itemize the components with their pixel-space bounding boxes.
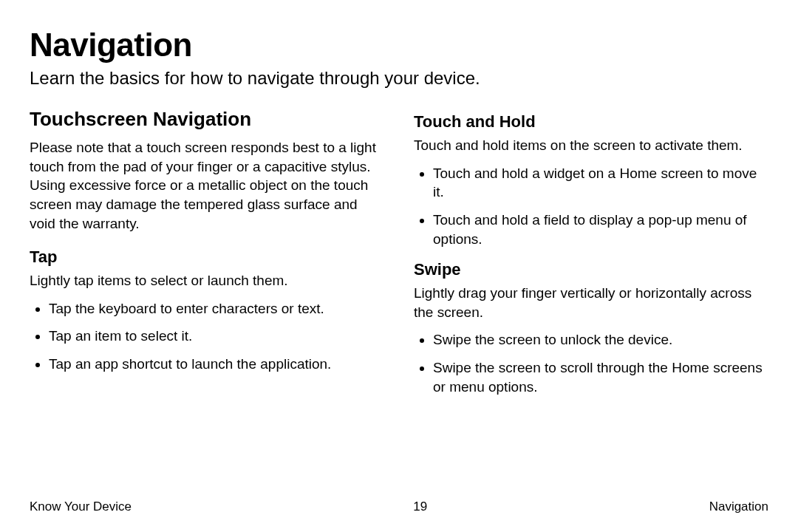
right-column: Touch and Hold Touch and hold items on t…: [414, 108, 768, 408]
left-column: Touchscreen Navigation Please note that …: [30, 108, 384, 408]
list-item: Swipe the screen to scroll through the H…: [433, 358, 768, 396]
tap-list: Tap the keyboard to enter characters or …: [30, 299, 384, 374]
list-item: Tap the keyboard to enter characters or …: [49, 299, 384, 318]
touchscreen-heading: Touchscreen Navigation: [30, 108, 384, 131]
footer-right: Navigation: [709, 499, 768, 514]
list-item: Swipe the screen to unlock the device.: [433, 330, 768, 349]
swipe-heading: Swipe: [414, 260, 768, 279]
swipe-intro: Lightly drag your finger vertically or h…: [414, 284, 768, 321]
footer-page-number: 19: [413, 499, 427, 514]
list-item: Tap an app shortcut to launch the applic…: [49, 355, 384, 374]
touchhold-heading: Touch and Hold: [414, 112, 768, 132]
touchhold-list: Touch and hold a widget on a Home screen…: [414, 164, 768, 249]
footer-left: Know Your Device: [30, 499, 132, 514]
page-subtitle: Learn the basics for how to navigate thr…: [30, 68, 768, 89]
page-footer: Know Your Device 19 Navigation: [30, 499, 768, 514]
tap-heading: Tap: [30, 248, 384, 267]
content-columns: Touchscreen Navigation Please note that …: [30, 108, 768, 408]
touchhold-intro: Touch and hold items on the screen to ac…: [414, 136, 768, 155]
list-item: Touch and hold a widget on a Home screen…: [433, 164, 768, 202]
swipe-list: Swipe the screen to unlock the device. S…: [414, 330, 768, 396]
page-title: Navigation: [30, 27, 768, 64]
touchscreen-paragraph: Please note that a touch screen responds…: [30, 138, 384, 233]
list-item: Touch and hold a field to display a pop-…: [433, 211, 768, 248]
list-item: Tap an item to select it.: [49, 327, 384, 346]
tap-intro: Lightly tap items to select or launch th…: [30, 271, 384, 290]
